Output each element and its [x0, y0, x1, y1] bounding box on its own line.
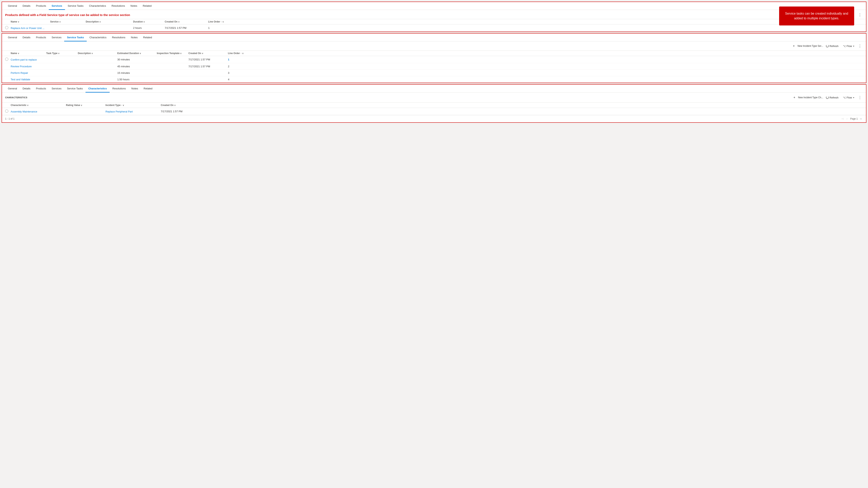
tab-related-1[interactable]: Related: [140, 2, 154, 10]
created-on-col-header-3[interactable]: Created On ∨: [161, 104, 200, 106]
tab-resolutions-1[interactable]: Resolutions: [109, 2, 128, 10]
checkbox-1-1[interactable]: [5, 26, 11, 30]
tab-service-tasks-3[interactable]: Service Tasks: [64, 85, 86, 93]
rating-value-col-header[interactable]: Rating Value ∨: [66, 104, 105, 106]
tab-products-1[interactable]: Products: [33, 2, 49, 10]
tab-resolutions-3[interactable]: Resolutions: [110, 85, 129, 93]
services-grid-row-1: Replace Arm or Power Unit ... 2 hours 7/…: [2, 25, 866, 32]
task-line-order-2: 2: [228, 65, 248, 68]
add-icon-2: +: [793, 44, 795, 48]
task-name-link-3[interactable]: Perform Repair: [11, 71, 28, 74]
flow-label-3: Flow: [847, 96, 852, 99]
task-est-dur-3: 15 minutes: [117, 71, 157, 74]
created-sort-icon-2: ∨: [202, 52, 203, 55]
tab-details-3[interactable]: Details: [20, 85, 33, 93]
more-button-1[interactable]: ⋮: [857, 12, 863, 18]
flow-chevron-3: ▾: [853, 97, 854, 99]
chars-grid-header: Characteristic ∨ Rating Value ∨ Incident…: [2, 103, 866, 108]
task-name-link-1[interactable]: Confirm part to replace: [11, 58, 37, 61]
name-col-header-1[interactable]: Name ∨: [11, 20, 50, 23]
prev-page-button[interactable]: ←: [845, 117, 849, 121]
rating-sort-icon: ∨: [81, 104, 82, 106]
flow-button-3[interactable]: ⌥ Flow ▾: [841, 95, 856, 100]
line-order-sort-icon-2b: ∨: [242, 52, 244, 55]
incident-type-sort-icon: ↑: [121, 104, 122, 106]
more-button-3[interactable]: ⋮: [857, 95, 863, 100]
duration-col-header[interactable]: Duration ∨: [133, 20, 165, 23]
refresh-icon-3: [826, 96, 829, 99]
task-line-order-3: 3: [228, 71, 248, 74]
more-button-2[interactable]: ⋮: [857, 43, 863, 49]
description-col-header-1[interactable]: Description ∨: [86, 20, 133, 23]
service-tasks-tooltip: Service tasks can be created individuall…: [779, 6, 854, 26]
estimated-duration-col-header[interactable]: Estimated Duration ∨: [117, 52, 157, 55]
task-line-order-4: 4: [228, 78, 248, 81]
characteristics-section-header: CHARACTERISTICS + New Incident Type Ch..…: [2, 93, 866, 103]
refresh-button-2[interactable]: Refresh: [824, 44, 840, 48]
characteristics-panel: General Details Products Services Servic…: [2, 84, 866, 123]
flow-button-2[interactable]: ⌥ Flow ▾: [841, 44, 856, 48]
tab-related-3[interactable]: Related: [141, 85, 155, 93]
tab-products-3[interactable]: Products: [33, 85, 49, 93]
add-button-3[interactable]: +: [792, 95, 797, 100]
tab-products-2[interactable]: Products: [33, 34, 49, 41]
task-created-1: 7/17/2021 1:57 PM: [188, 58, 228, 61]
refresh-button-3[interactable]: Refresh: [824, 95, 840, 100]
checkbox-3-1[interactable]: [5, 109, 11, 113]
created-on-col-header-1[interactable]: Created On ∨: [165, 20, 208, 23]
description-col-header-2[interactable]: Description ∨: [78, 52, 117, 55]
services-panel: General Details Products Services Servic…: [2, 2, 866, 32]
tab-notes-1[interactable]: Notes: [128, 2, 140, 10]
services-grid-header: Name ∨ Service ∨ Description ∨ Duration …: [2, 19, 866, 25]
service-col-header[interactable]: Service ∨: [50, 20, 86, 23]
line-order-col-header-1[interactable]: Line Order ↑ ∨: [208, 20, 232, 23]
tab-notes-2[interactable]: Notes: [128, 34, 141, 41]
chars-created-1: 7/17/2021 1:57 PM: [161, 110, 200, 113]
characteristics-toolbar: + New Incident Type Ch... Refresh ⌥ Flow…: [792, 95, 863, 100]
first-page-button[interactable]: ⊣: [840, 117, 844, 121]
tab-characteristics-2[interactable]: Characteristics: [87, 34, 109, 41]
task-est-dur-4: 1.50 hours: [117, 78, 157, 81]
incident-type-link-1[interactable]: Replace Peripheral Part: [105, 110, 133, 113]
tab-general-1[interactable]: General: [5, 2, 20, 10]
tasks-grid-row-4: Test and Validate 1.50 hours 4: [2, 76, 866, 83]
tab-services-2[interactable]: Services: [49, 34, 64, 41]
task-type-col-header[interactable]: Task Type ∨: [46, 52, 78, 55]
line-order-sort-icon-1: ↑: [221, 21, 222, 23]
tab-details-1[interactable]: Details: [20, 2, 33, 10]
tab-service-tasks-2[interactable]: Service Tasks: [64, 34, 87, 41]
task-name-link-2[interactable]: Review Procedure: [11, 65, 32, 68]
tab-general-3[interactable]: General: [5, 85, 20, 93]
created-sort-icon-1: ∨: [178, 21, 180, 23]
incident-type-col-header[interactable]: Incident Type ↑ ∨: [105, 104, 161, 106]
tab-services-3[interactable]: Services: [49, 85, 64, 93]
task-est-dur-1: 30 minutes: [117, 58, 157, 61]
tab-characteristics-3[interactable]: Characteristics: [86, 85, 110, 93]
checkbox-2-1[interactable]: [5, 58, 11, 61]
tab-characteristics-1[interactable]: Characteristics: [86, 2, 109, 10]
created-on-col-header-2[interactable]: Created On ∨: [188, 52, 228, 55]
pagination-bar: 1 - 1 of 1 ⊣ ← Page 1 →: [2, 115, 866, 122]
characteristic-col-header[interactable]: Characteristic ∨: [11, 104, 66, 106]
task-type-sort-icon: ∨: [58, 52, 59, 55]
task-name-link-4[interactable]: Test and Validate: [11, 78, 30, 81]
tab-notes-3[interactable]: Notes: [129, 85, 141, 93]
add-button-2[interactable]: +: [792, 43, 796, 48]
tab-services-1[interactable]: Services: [49, 2, 65, 10]
line-order-col-header-2[interactable]: Line Order ↑ ∨: [228, 52, 248, 55]
new-incident-label-3: New Incident Type Ch...: [798, 96, 823, 99]
characteristic-link-1[interactable]: Assembly Maintenance: [11, 110, 37, 113]
tab-service-tasks-1[interactable]: Service Tasks: [65, 2, 86, 10]
tab-related-2[interactable]: Related: [141, 34, 155, 41]
task-created-2: 7/17/2021 1:57 PM: [188, 65, 228, 68]
chars-grid-row-1: Assembly Maintenance Replace Peripheral …: [2, 108, 866, 115]
tab-details-2[interactable]: Details: [20, 34, 33, 41]
tab-general-2[interactable]: General: [5, 34, 20, 41]
service-name-link-1[interactable]: Replace Arm or Power Unit ...: [11, 27, 44, 30]
characteristics-section-label: CHARACTERISTICS: [5, 96, 27, 99]
name-col-header-2[interactable]: Name ∨: [11, 52, 46, 55]
tab-resolutions-2[interactable]: Resolutions: [109, 34, 128, 41]
next-page-button[interactable]: →: [859, 117, 863, 121]
add-icon-3: +: [793, 96, 795, 99]
inspection-template-col-header[interactable]: Inspection Template ∨: [157, 52, 188, 55]
